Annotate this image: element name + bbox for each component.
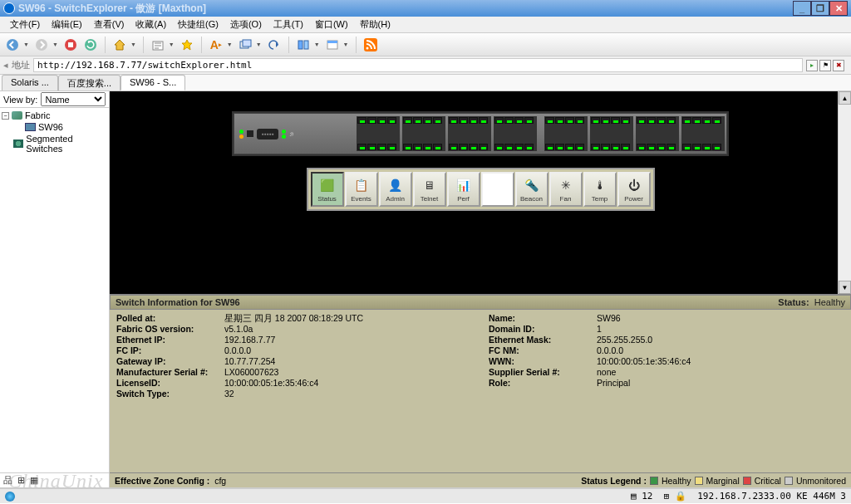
fc-port[interactable] xyxy=(494,117,504,124)
fc-port[interactable] xyxy=(667,117,676,124)
fc-port[interactable] xyxy=(469,117,478,124)
fc-port[interactable] xyxy=(647,144,656,150)
events-button[interactable]: 📋Events xyxy=(345,172,378,207)
minimize-button[interactable]: _ xyxy=(793,1,811,16)
sidebar-toggle-button[interactable]: A▸ xyxy=(209,37,224,52)
refresh-button[interactable] xyxy=(83,37,98,52)
back-button[interactable] xyxy=(5,37,20,52)
port-group[interactable] xyxy=(590,116,633,151)
fc-port[interactable] xyxy=(449,144,458,150)
fc-port[interactable] xyxy=(367,117,376,124)
fc-port[interactable] xyxy=(449,117,458,124)
tab-baidu[interactable]: 百度搜索... xyxy=(58,75,121,91)
fc-port[interactable] xyxy=(514,144,524,150)
fc-port[interactable] xyxy=(611,144,620,150)
menu-edit[interactable]: 编辑(E) xyxy=(47,17,87,32)
detail-view-icon[interactable]: ▦ xyxy=(30,475,38,486)
fc-port[interactable] xyxy=(702,144,711,150)
collapse-icon[interactable]: − xyxy=(2,112,9,120)
groups-button[interactable] xyxy=(325,37,340,52)
fc-port[interactable] xyxy=(377,117,386,124)
port-group[interactable] xyxy=(544,116,588,151)
menu-file[interactable]: 文件(F) xyxy=(5,17,45,32)
fc-port[interactable] xyxy=(524,117,534,124)
fc-port[interactable] xyxy=(565,117,574,124)
fc-port[interactable] xyxy=(712,117,721,124)
fc-port[interactable] xyxy=(357,117,366,124)
fc-port[interactable] xyxy=(621,117,630,124)
admin-button[interactable]: 👤Admin xyxy=(379,172,412,207)
fc-port[interactable] xyxy=(413,144,422,150)
fc-port[interactable] xyxy=(575,117,584,124)
history-button[interactable] xyxy=(150,37,165,52)
fc-port[interactable] xyxy=(459,144,468,150)
fc-port[interactable] xyxy=(494,144,504,150)
resource-button[interactable] xyxy=(296,37,311,52)
tab-solaris[interactable]: Solaris ... xyxy=(2,75,58,91)
menu-window[interactable]: 窗口(W) xyxy=(310,17,353,32)
stop-button[interactable] xyxy=(63,37,78,52)
fc-port[interactable] xyxy=(433,117,442,124)
fc-port[interactable] xyxy=(601,144,610,150)
fc-port[interactable] xyxy=(423,117,432,124)
fc-port[interactable] xyxy=(637,117,646,124)
fc-port[interactable] xyxy=(479,117,488,124)
fc-port[interactable] xyxy=(601,117,610,124)
fc-port[interactable] xyxy=(555,144,564,150)
tree-segmented[interactable]: Segmented Switches xyxy=(2,133,107,154)
fc-port[interactable] xyxy=(545,144,554,150)
menu-quick[interactable]: 快捷组(G) xyxy=(173,17,224,32)
scrollbar[interactable]: ▲ ▼ xyxy=(838,91,851,294)
power-button[interactable]: ⏻Power xyxy=(617,172,651,207)
tree-view-icon[interactable]: 品 xyxy=(3,474,12,487)
options-icon[interactable]: ⚑ xyxy=(819,60,831,71)
close-button[interactable]: ✕ xyxy=(829,1,848,16)
list-view-icon[interactable]: ⊞ xyxy=(17,475,25,486)
tree-fabric[interactable]: −Fabric xyxy=(2,110,107,121)
fc-port[interactable] xyxy=(387,144,396,150)
fc-port[interactable] xyxy=(403,117,412,124)
fc-port[interactable] xyxy=(692,117,701,124)
fc-port[interactable] xyxy=(591,117,600,124)
fc-port[interactable] xyxy=(611,117,620,124)
scroll-down-icon[interactable]: ▼ xyxy=(839,281,851,294)
fc-port[interactable] xyxy=(575,144,584,150)
fan-button[interactable]: ✳Fan xyxy=(549,172,583,207)
fc-port[interactable] xyxy=(657,117,666,124)
switch-chassis[interactable]: ●●●●● ℬ xyxy=(234,113,727,154)
fc-port[interactable] xyxy=(545,117,554,124)
beacon-button[interactable]: 🔦Beacon xyxy=(515,172,548,207)
fc-port[interactable] xyxy=(565,144,574,150)
fc-port[interactable] xyxy=(637,144,646,150)
menu-help[interactable]: 帮助(H) xyxy=(355,17,396,32)
fc-port[interactable] xyxy=(702,117,711,124)
fc-port[interactable] xyxy=(682,117,691,124)
menu-option[interactable]: 选项(O) xyxy=(225,17,267,32)
fc-port[interactable] xyxy=(504,144,514,150)
menu-view[interactable]: 查看(V) xyxy=(89,17,130,32)
fc-port[interactable] xyxy=(621,144,630,150)
fc-port[interactable] xyxy=(647,117,656,124)
popup-button[interactable] xyxy=(238,37,253,52)
fc-port[interactable] xyxy=(357,144,366,150)
fc-port[interactable] xyxy=(459,117,468,124)
blank-button[interactable] xyxy=(481,172,514,207)
fc-port[interactable] xyxy=(469,144,478,150)
fc-port[interactable] xyxy=(423,144,432,150)
menu-fav[interactable]: 收藏(A) xyxy=(130,17,171,32)
fc-port[interactable] xyxy=(692,144,701,150)
temp-button[interactable]: 🌡Temp xyxy=(583,172,617,207)
fc-port[interactable] xyxy=(514,117,524,124)
fc-port[interactable] xyxy=(524,144,534,150)
fc-port[interactable] xyxy=(479,144,488,150)
fc-port[interactable] xyxy=(403,144,412,150)
port-group[interactable] xyxy=(681,116,725,151)
address-input[interactable] xyxy=(33,58,803,72)
viewby-select[interactable]: Name xyxy=(41,92,106,106)
block-icon[interactable]: ✖ xyxy=(833,60,844,71)
fc-port[interactable] xyxy=(413,117,422,124)
fc-port[interactable] xyxy=(657,144,666,150)
fc-port[interactable] xyxy=(667,144,676,150)
forward-button[interactable] xyxy=(34,37,49,52)
port-group[interactable] xyxy=(448,116,491,151)
